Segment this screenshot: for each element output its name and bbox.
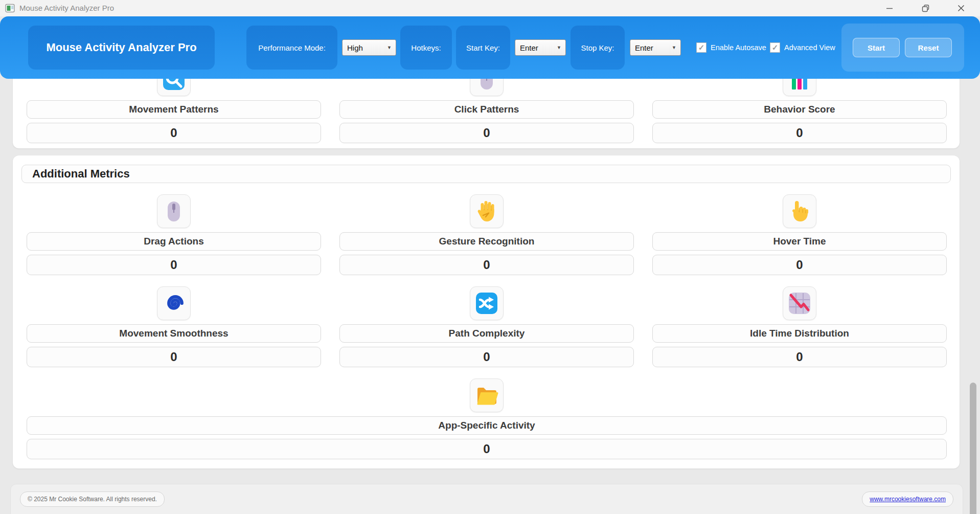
metric-drag-actions: Drag Actions 0 (27, 194, 321, 275)
checkmark-icon: ✓ (772, 43, 779, 52)
raised-hand-icon (474, 199, 499, 224)
start-key-select[interactable]: Enter ▼ (515, 39, 566, 56)
advanced-view-checkbox[interactable]: ✓ (770, 42, 780, 53)
metric-label: Movement Smoothness (27, 324, 321, 343)
chevron-down-icon: ▼ (672, 40, 676, 55)
chevron-down-icon: ▼ (557, 40, 561, 55)
metric-value: 0 (652, 123, 947, 143)
metric-value: 0 (652, 255, 947, 275)
metric-label: Gesture Recognition (339, 232, 634, 251)
footer-link-pill: www.mrcookiesoftware.com (862, 491, 953, 507)
metric-hover-time: Hover Time 0 (652, 194, 947, 275)
metric-value: 0 (652, 347, 947, 367)
copyright-text: © 2025 Mr Cookie Software. All rights re… (20, 491, 165, 507)
metric-value: 0 (27, 439, 947, 459)
metric-gesture-recognition: Gesture Recognition 0 (339, 194, 634, 275)
mouse-icon (162, 199, 186, 224)
metric-label: Drag Actions (27, 232, 321, 251)
metric-value: 0 (339, 347, 634, 367)
hotkeys-label: Hotkeys: (400, 26, 452, 70)
header-button-panel: Start Reset (841, 24, 964, 72)
enable-autosave-label: Enable Autosave (711, 16, 766, 79)
advanced-view-label: Advanced View (784, 16, 835, 79)
metric-app-specific-activity: App-Specific Activity 0 (27, 378, 947, 459)
metric-value: 0 (27, 347, 321, 367)
metric-label: App-Specific Activity (27, 416, 947, 435)
metric-movement-smoothness: Movement Smoothness 0 (27, 286, 321, 367)
metric-idle-time-distribution: Idle Time Distribution 0 (652, 286, 947, 367)
metric-label: Click Patterns (339, 100, 634, 119)
stop-key-select[interactable]: Enter ▼ (630, 39, 681, 56)
metric-value: 0 (27, 123, 321, 143)
metric-label: Behavior Score (652, 100, 947, 119)
close-button[interactable] (946, 0, 976, 16)
metric-value: 0 (27, 255, 321, 275)
shuffle-icon (474, 291, 499, 316)
metric-label: Hover Time (652, 232, 947, 251)
metric-label: Path Complexity (339, 324, 634, 343)
performance-mode-select[interactable]: High ▼ (342, 39, 396, 56)
chevron-down-icon: ▼ (387, 40, 392, 55)
performance-mode-label: Performance Mode: (246, 26, 337, 70)
open-folder-icon (474, 383, 499, 408)
vertical-scrollbar-thumb[interactable] (970, 383, 976, 514)
app-window: Mouse Activity Analyzer Pro Mouse Activi… (0, 0, 980, 514)
pointing-up-icon (787, 199, 812, 224)
website-link[interactable]: www.mrcookiesoftware.com (870, 496, 946, 503)
metric-path-complexity: Path Complexity 0 (339, 286, 634, 367)
title-bar[interactable]: Mouse Activity Analyzer Pro (0, 0, 980, 16)
spiral-icon (162, 291, 186, 316)
chart-decreasing-icon (787, 291, 812, 316)
window-title: Mouse Activity Analyzer Pro (19, 0, 114, 16)
metric-label: Idle Time Distribution (652, 324, 947, 343)
header-toolbar: Mouse Activity Analyzer Pro Performance … (0, 16, 980, 79)
start-key-value: Enter (520, 43, 538, 52)
metric-value: 0 (339, 123, 634, 143)
stop-key-value: Enter (635, 43, 653, 52)
maximize-icon (922, 5, 929, 12)
metric-label: Movement Patterns (27, 100, 321, 119)
close-icon (958, 5, 965, 12)
stop-key-label: Stop Key: (571, 26, 625, 70)
maximize-button[interactable] (910, 0, 940, 16)
metric-value: 0 (339, 255, 634, 275)
additional-metrics-heading: Additional Metrics (21, 165, 951, 183)
footer-bar: © 2025 Mr Cookie Software. All rights re… (10, 484, 963, 514)
minimize-icon (886, 5, 893, 12)
reset-button[interactable]: Reset (905, 38, 952, 57)
start-button[interactable]: Start (853, 38, 900, 57)
performance-mode-value: High (347, 43, 363, 52)
app-icon (5, 3, 15, 13)
checkmark-icon: ✓ (698, 43, 705, 52)
app-title: Mouse Activity Analyzer Pro (28, 26, 215, 70)
enable-autosave-checkbox[interactable]: ✓ (696, 42, 706, 53)
minimize-button[interactable] (875, 0, 904, 16)
start-key-label: Start Key: (456, 26, 510, 70)
